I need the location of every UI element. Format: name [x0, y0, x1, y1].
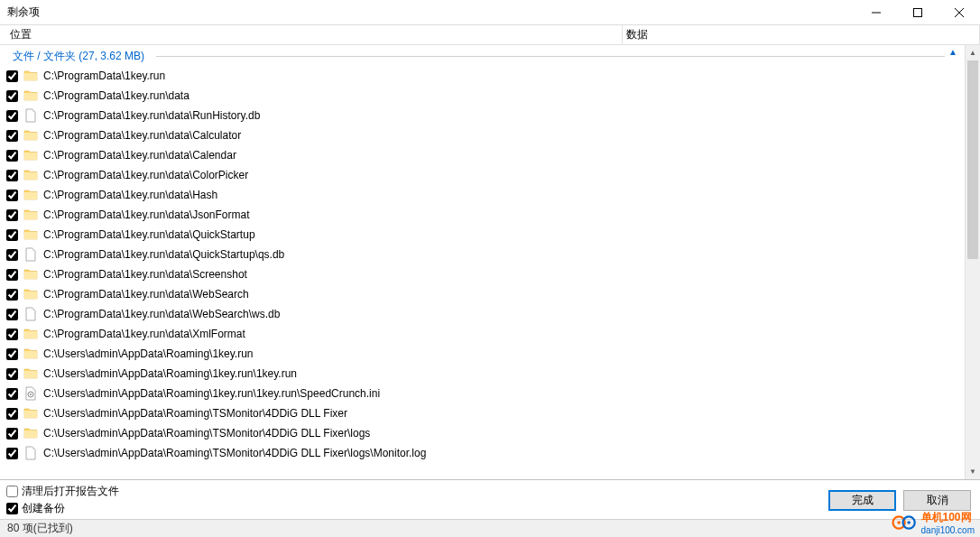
main-area: 位置 数据 文件 / 文件夹 (27, 3.62 MB) ▲ C:\Progra…: [0, 25, 980, 519]
list-item[interactable]: C:\ProgramData\1key.run\data\JsonFormat: [0, 205, 965, 225]
item-checkbox[interactable]: [6, 428, 18, 440]
svg-point-9: [907, 521, 911, 524]
item-path: C:\Users\admin\AppData\Roaming\TSMonitor…: [43, 407, 347, 420]
item-path: C:\Users\admin\AppData\Roaming\1key.run\…: [43, 367, 297, 380]
item-checkbox[interactable]: [6, 448, 18, 459]
list-item[interactable]: C:\Users\admin\AppData\Roaming\TSMonitor…: [0, 423, 965, 443]
item-path: C:\ProgramData\1key.run\data\QuickStartu…: [43, 248, 284, 261]
scroll-track[interactable]: [966, 60, 980, 464]
item-checkbox[interactable]: [6, 348, 18, 360]
item-checkbox[interactable]: [6, 289, 18, 301]
scroll-thumb[interactable]: [967, 60, 978, 259]
item-checkbox[interactable]: [6, 150, 18, 162]
list-item[interactable]: C:\ProgramData\1key.run\data\QuickStartu…: [0, 225, 965, 245]
scroll-down-button[interactable]: ▼: [966, 464, 980, 479]
list-item[interactable]: C:\ProgramData\1key.run\data\WebSearch: [0, 284, 965, 304]
create-backup-checkbox[interactable]: [6, 503, 18, 514]
list-item[interactable]: C:\ProgramData\1key.run\data\Hash: [0, 185, 965, 205]
list-item[interactable]: C:\Users\admin\AppData\Roaming\TSMonitor…: [0, 443, 965, 463]
content-wrap: 文件 / 文件夹 (27, 3.62 MB) ▲ C:\ProgramData\…: [0, 45, 980, 479]
folder-icon: [23, 347, 38, 361]
item-path: C:\ProgramData\1key.run\data\Screenshot: [43, 268, 247, 281]
list-item[interactable]: C:\ProgramData\1key.run\data\RunHistory.…: [0, 106, 965, 125]
folder-icon: [23, 128, 38, 143]
item-checkbox[interactable]: [6, 388, 18, 400]
column-location[interactable]: 位置: [6, 25, 623, 44]
item-checkbox[interactable]: [6, 269, 18, 281]
item-checkbox[interactable]: [6, 130, 18, 142]
list-item[interactable]: C:\ProgramData\1key.run\data\Calendar: [0, 145, 965, 165]
item-path: C:\ProgramData\1key.run\data\Calendar: [43, 149, 236, 162]
file-icon: [23, 247, 38, 262]
create-backup-label: 创建备份: [22, 501, 65, 516]
column-data[interactable]: 数据: [623, 25, 980, 44]
item-checkbox[interactable]: [6, 368, 18, 380]
minimize-button[interactable]: [855, 0, 897, 24]
group-label: 文件 / 文件夹 (27, 3.62 MB): [13, 50, 144, 62]
file-list: 文件 / 文件夹 (27, 3.62 MB) ▲ C:\ProgramData\…: [0, 45, 965, 479]
open-report-checkbox[interactable]: [6, 486, 18, 497]
item-path: C:\Users\admin\AppData\Roaming\1key.run: [43, 347, 254, 360]
list-item[interactable]: C:\ProgramData\1key.run: [0, 66, 965, 86]
list-item[interactable]: C:\Users\admin\AppData\Roaming\TSMonitor…: [0, 403, 965, 423]
folder-icon: [23, 426, 38, 440]
item-checkbox[interactable]: [6, 408, 18, 420]
list-item[interactable]: C:\Users\admin\AppData\Roaming\1key.run: [0, 344, 965, 364]
folder-icon: [23, 267, 38, 282]
item-path: C:\ProgramData\1key.run\data\WebSearch: [43, 288, 249, 301]
item-path: C:\ProgramData\1key.run\data\RunHistory.…: [43, 109, 260, 122]
item-path: C:\ProgramData\1key.run\data\ColorPicker: [43, 169, 248, 181]
item-checkbox[interactable]: [6, 90, 18, 102]
file-icon: [23, 446, 38, 460]
vertical-scrollbar[interactable]: ▲ ▼: [965, 45, 980, 479]
list-item[interactable]: C:\ProgramData\1key.run\data\ColorPicker: [0, 165, 965, 185]
group-header[interactable]: 文件 / 文件夹 (27, 3.62 MB) ▲: [0, 45, 965, 66]
item-path: C:\Users\admin\AppData\Roaming\1key.run\…: [43, 387, 380, 400]
item-checkbox[interactable]: [6, 209, 18, 221]
maximize-button[interactable]: [897, 0, 938, 24]
list-item[interactable]: C:\Users\admin\AppData\Roaming\1key.run\…: [0, 384, 965, 403]
options-area: 清理后打开报告文件 创建备份: [6, 484, 119, 516]
button-area: 完成 取消: [828, 490, 971, 511]
item-checkbox[interactable]: [6, 110, 18, 122]
item-path: C:\ProgramData\1key.run\data\JsonFormat: [43, 208, 250, 221]
close-button[interactable]: [938, 0, 980, 24]
list-item[interactable]: C:\ProgramData\1key.run\data\Screenshot: [0, 264, 965, 284]
svg-point-7: [897, 521, 901, 524]
item-path: C:\ProgramData\1key.run\data\XmlFormat: [43, 328, 245, 340]
item-checkbox[interactable]: [6, 190, 18, 201]
list-item[interactable]: C:\Users\admin\AppData\Roaming\1key.run\…: [0, 364, 965, 384]
list-item[interactable]: C:\ProgramData\1key.run\data\XmlFormat: [0, 324, 965, 344]
collapse-icon[interactable]: ▲: [948, 47, 957, 57]
item-path: C:\ProgramData\1key.run\data: [43, 89, 190, 102]
finish-button[interactable]: 完成: [828, 490, 896, 511]
file-icon: [23, 307, 38, 321]
svg-point-5: [30, 393, 32, 395]
folder-icon: [23, 188, 38, 202]
folder-icon: [23, 168, 38, 182]
item-checkbox[interactable]: [6, 249, 18, 261]
item-checkbox[interactable]: [6, 70, 18, 82]
list-item[interactable]: C:\ProgramData\1key.run\data\WebSearch\w…: [0, 304, 965, 324]
item-path: C:\Users\admin\AppData\Roaming\TSMonitor…: [43, 427, 370, 440]
cancel-button[interactable]: 取消: [903, 490, 971, 511]
column-headers: 位置 数据: [0, 25, 980, 45]
folder-icon: [23, 227, 38, 242]
folder-icon: [23, 327, 38, 341]
list-item[interactable]: C:\ProgramData\1key.run\data\Calculator: [0, 125, 965, 145]
watermark-logo-icon: [891, 513, 918, 532]
item-checkbox[interactable]: [6, 170, 18, 181]
scroll-up-button[interactable]: ▲: [966, 45, 980, 60]
list-item[interactable]: C:\ProgramData\1key.run\data\QuickStartu…: [0, 245, 965, 264]
watermark: 单机100网 danji100.com: [891, 510, 975, 535]
window-title: 剩余项: [7, 5, 40, 20]
item-checkbox[interactable]: [6, 229, 18, 241]
option-open-report[interactable]: 清理后打开报告文件: [6, 484, 119, 499]
folder-icon: [23, 208, 38, 222]
item-checkbox[interactable]: [6, 309, 18, 320]
item-checkbox[interactable]: [6, 329, 18, 340]
list-item[interactable]: C:\ProgramData\1key.run\data: [0, 86, 965, 106]
option-create-backup[interactable]: 创建备份: [6, 501, 119, 516]
file-icon: [23, 108, 38, 123]
item-path: C:\Users\admin\AppData\Roaming\TSMonitor…: [43, 447, 426, 459]
